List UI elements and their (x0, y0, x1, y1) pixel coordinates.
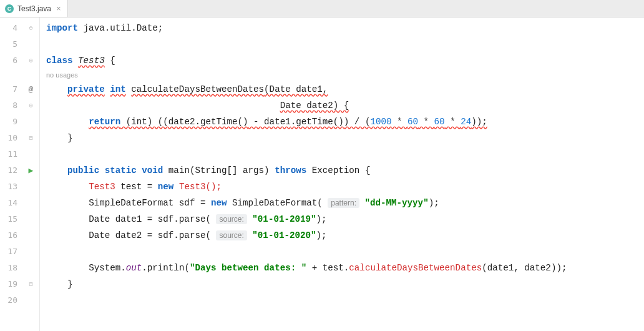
fold-handle-icon[interactable]: ⊖ (23, 97, 39, 114)
code-line[interactable]: class Test3 { (46, 52, 644, 69)
class-ref: System. (89, 263, 126, 273)
keyword-int: int (110, 84, 126, 94)
fold-handle-icon[interactable]: ⊖ (23, 20, 39, 36)
param-list: (Date date1, (264, 84, 328, 94)
method-call: .getTime() (291, 117, 344, 127)
param-hint: source: (216, 214, 246, 224)
code-line[interactable]: System.out.println("Days between dates: … (46, 260, 644, 276)
line-number: 7 (0, 81, 22, 97)
class-name: Test3 (78, 56, 105, 66)
keyword-class: class (46, 56, 73, 66)
code-line[interactable]: SimpleDateFormat sdf = new SimpleDateFor… (46, 195, 644, 211)
op: * (391, 117, 407, 127)
close-icon[interactable]: × (55, 4, 62, 13)
keyword-import: import (46, 23, 78, 33)
param-hint: pattern: (328, 198, 359, 208)
method-call: .println( (142, 263, 190, 273)
brace: } (67, 133, 73, 143)
code-line[interactable]: Date date2) { (46, 97, 644, 114)
string-literal: "dd-MM-yyyy" (364, 198, 428, 208)
var-decl: Date date1 = sdf.parse( (89, 214, 211, 224)
code-line[interactable]: import java.util.Date; (46, 20, 644, 36)
keyword-private: private (67, 84, 105, 94)
var-decl: SimpleDateFormat sdf = (89, 198, 211, 208)
line-number: 20 (0, 292, 22, 309)
line-number: 16 (0, 227, 22, 244)
method-call: .getTime() (195, 117, 248, 127)
tab-filename: Test3.java (17, 4, 51, 13)
number-literal: 60 (434, 117, 445, 127)
keyword-return: return (89, 117, 120, 127)
code-line[interactable]: public static void main(String[] args) t… (46, 162, 644, 179)
gutter-line-numbers: 4 5 6 7 8 9 10 11 12 13 14 15 16 17 18 1… (0, 17, 22, 331)
line-number: 6 (0, 52, 22, 69)
code-line[interactable]: private int calculateDaysBetweenDates(Da… (46, 81, 644, 97)
code-area[interactable]: import java.util.Date; class Test3 { no … (40, 17, 644, 331)
tab-bar: C Test3.java × (0, 0, 644, 17)
param-hint: source: (216, 230, 246, 240)
fold-close-icon[interactable]: ⊟ (23, 130, 39, 146)
gutter-icons: ⊖ ⊖ @ ⊖ ⊟ ▶ ⊟ (22, 17, 40, 331)
tab-test3[interactable]: C Test3.java × (0, 0, 68, 17)
run-icon[interactable]: ▶ (29, 166, 34, 175)
line-number: 17 (0, 244, 22, 260)
code-line[interactable]: return (int) ((date2.getTime() - date1.g… (46, 114, 644, 130)
line-number: 18 (0, 260, 22, 276)
code-line[interactable]: Test3 test = new Test3(); (46, 179, 644, 195)
string-literal: "Days between dates: " (190, 263, 306, 273)
constructor-call-error: Test3(); (173, 182, 222, 192)
usages-hint[interactable]: no usages (46, 69, 644, 81)
expr: (int) ((date2 (120, 117, 195, 127)
throws-type: Exception { (306, 166, 370, 175)
import-path: java.util.Date; (78, 23, 163, 33)
constructor-call: SimpleDateFormat( (227, 198, 323, 208)
line-number: 8 (0, 97, 22, 114)
fold-handle-icon[interactable]: ⊖ (23, 52, 39, 69)
code-line[interactable]: } (46, 276, 644, 292)
arg-list: (date1, date2)); (482, 263, 567, 273)
number-literal: 60 (407, 117, 418, 127)
line-number: 13 (0, 179, 22, 195)
brace: { (105, 56, 115, 66)
number-literal: 24 (461, 117, 471, 127)
code-line[interactable]: } (46, 130, 644, 146)
keyword-static: static (105, 166, 137, 175)
line-number: 4 (0, 20, 22, 36)
op: * (418, 117, 434, 127)
editor[interactable]: 4 5 6 7 8 9 10 11 12 13 14 15 16 17 18 1… (0, 17, 644, 331)
line-number: 14 (0, 195, 22, 211)
keyword-new: new (158, 182, 174, 192)
line-number: 11 (0, 146, 22, 162)
keyword-public: public (67, 166, 99, 175)
fold-close-icon[interactable]: ⊟ (23, 276, 39, 292)
keyword-throws: throws (275, 166, 306, 175)
line-number: 5 (0, 36, 22, 52)
keyword-void: void (142, 166, 163, 175)
param-list: (String[] args) (190, 166, 275, 175)
line-number: 10 (0, 130, 22, 146)
java-class-icon: C (5, 4, 14, 13)
line-number: 19 (0, 276, 22, 292)
code-line[interactable] (46, 146, 644, 162)
number-literal: 1000 (370, 117, 391, 127)
method-call-error: calculateDaysBetweenDates (349, 263, 482, 273)
code-line[interactable]: Date date1 = sdf.parse( source: "01-01-2… (46, 211, 644, 227)
string-literal: "01-01-2019" (252, 214, 316, 224)
line-number: 12 (0, 162, 22, 179)
close: ); (429, 198, 439, 208)
close: ); (316, 214, 327, 224)
var-decl: test = (115, 182, 158, 192)
param-list: Date date2) { (280, 101, 349, 111)
override-icon[interactable]: @ (29, 85, 34, 94)
code-line[interactable] (46, 244, 644, 260)
static-field: out (126, 263, 142, 273)
close: ); (316, 230, 327, 240)
line-number: 15 (0, 211, 22, 227)
expr: ) / ( (344, 117, 371, 127)
line-number: 9 (0, 114, 22, 130)
code-line[interactable] (46, 36, 644, 52)
code-line[interactable]: Date date2 = sdf.parse( source: "01-01-2… (46, 227, 644, 244)
method-name: main (168, 166, 190, 175)
code-line[interactable] (46, 292, 644, 309)
keyword-new: new (211, 198, 227, 208)
